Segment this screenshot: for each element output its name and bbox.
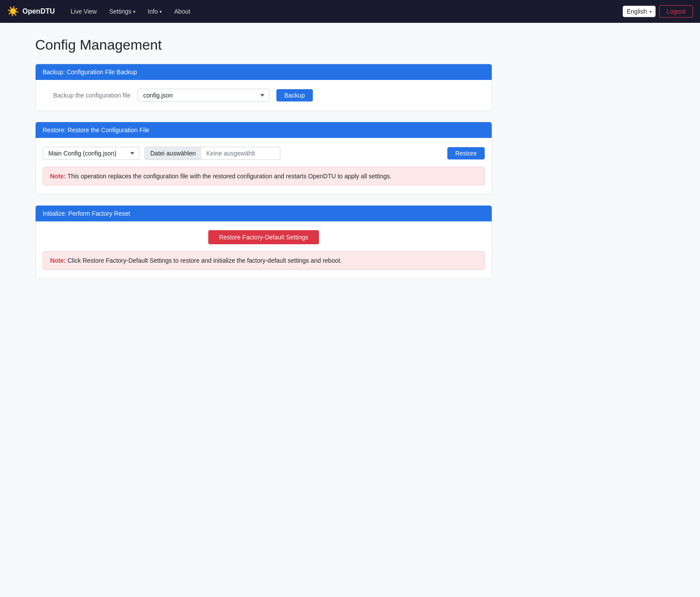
backup-card: Backup: Configuration File Backup Backup…	[35, 64, 492, 111]
navbar-right: English ▾ Logout	[623, 5, 693, 18]
nav-info-label: Info	[148, 8, 158, 15]
restore-note: Note: This operation replaces the config…	[43, 167, 485, 185]
backup-label: Backup the configuration file	[43, 92, 131, 99]
nav-settings-label: Settings	[109, 8, 131, 15]
nav-info[interactable]: Info ▾	[142, 4, 167, 18]
nav-live-view-label: Live View	[71, 8, 97, 15]
backup-button[interactable]: Backup	[276, 89, 313, 101]
main-content: Config Management Backup: Configuration …	[0, 23, 527, 304]
nav-settings[interactable]: Settings ▾	[104, 4, 141, 18]
backup-card-body: Backup the configuration file config.jso…	[36, 80, 492, 111]
brand-name: OpenDTU	[22, 7, 55, 15]
factory-reset-note: Note: Click Restore Factory-Default Sett…	[43, 251, 485, 270]
backup-card-header: Backup: Configuration File Backup	[36, 64, 492, 80]
backup-card-header-text: Backup: Configuration File Backup	[43, 69, 137, 76]
language-selector[interactable]: English ▾	[623, 6, 656, 17]
nav-about[interactable]: About	[169, 4, 196, 18]
language-value: English	[627, 8, 647, 15]
logout-button[interactable]: Logout	[659, 5, 693, 18]
factory-reset-card-header-text: Initialize: Perform Factory Reset	[43, 210, 130, 217]
restore-row: Main Config (config.json) Datei auswähle…	[43, 147, 485, 160]
factory-reset-card-header: Initialize: Perform Factory Reset	[36, 206, 492, 221]
factory-reset-note-text: Click Restore Factory-Default Settings t…	[68, 257, 342, 264]
file-choose-button[interactable]: Datei auswählen	[145, 147, 201, 160]
language-chevron-icon: ▾	[649, 9, 652, 14]
restore-card-body: Main Config (config.json) Datei auswähle…	[36, 138, 492, 194]
nav-live-view[interactable]: Live View	[65, 4, 102, 18]
nav-about-label: About	[174, 8, 190, 15]
factory-reset-card: Initialize: Perform Factory Reset Restor…	[35, 205, 492, 279]
factory-reset-row: Restore Factory-Default Settings	[43, 230, 485, 244]
backup-row: Backup the configuration file config.jso…	[43, 89, 485, 102]
file-name-display: Keine ausgewählt	[201, 147, 280, 160]
settings-chevron-icon: ▾	[133, 9, 135, 14]
restore-config-select[interactable]: Main Config (config.json)	[43, 147, 139, 160]
restore-note-text: This operation replaces the configuratio…	[67, 173, 392, 180]
brand-link[interactable]: ☀️ OpenDTU	[7, 6, 55, 17]
file-input-group: Datei auswählen Keine ausgewählt	[145, 147, 280, 160]
factory-reset-note-bold: Note:	[50, 257, 66, 264]
info-chevron-icon: ▾	[160, 9, 162, 14]
restore-button[interactable]: Restore	[447, 147, 485, 159]
page-title: Config Management	[35, 37, 492, 53]
restore-card: Restore: Restore the Configuration File …	[35, 122, 492, 195]
restore-note-bold: Note:	[50, 173, 66, 180]
restore-card-header: Restore: Restore the Configuration File	[36, 122, 492, 138]
navbar: ☀️ OpenDTU Live View Settings ▾ Info ▾ A…	[0, 0, 700, 23]
backup-file-select[interactable]: config.json	[138, 89, 269, 102]
restore-card-header-text: Restore: Restore the Configuration File	[43, 127, 149, 134]
brand-icon: ☀️	[7, 6, 19, 17]
factory-reset-card-body: Restore Factory-Default Settings Note: C…	[36, 221, 492, 279]
factory-reset-button[interactable]: Restore Factory-Default Settings	[208, 230, 319, 244]
nav-links: Live View Settings ▾ Info ▾ About	[65, 4, 623, 18]
